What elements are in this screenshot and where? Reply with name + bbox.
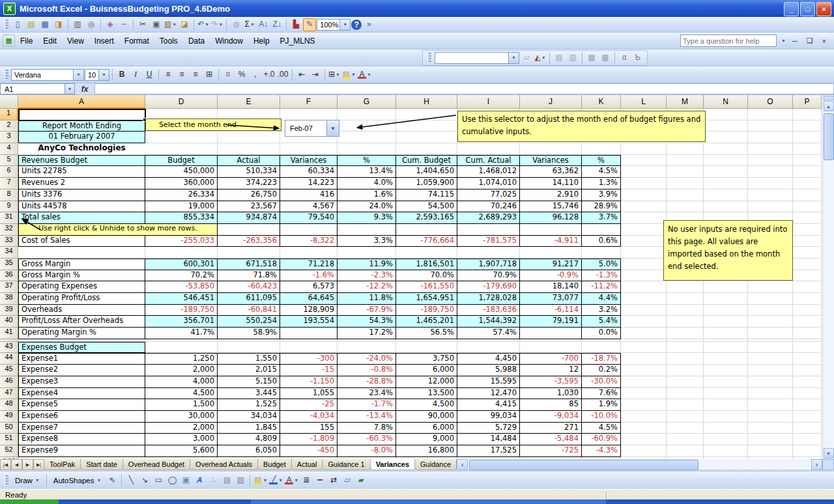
- cell-F31[interactable]: 79,540: [280, 212, 338, 224]
- cell-F36[interactable]: -1.6%: [280, 270, 338, 282]
- cell-E41[interactable]: 58.9%: [218, 328, 280, 339]
- row-header-32[interactable]: 32: [0, 224, 18, 236]
- sheet-tab-guidance[interactable]: Guidance: [414, 459, 457, 470]
- column-header-L[interactable]: L: [621, 95, 667, 109]
- cell-H39[interactable]: -189,750: [396, 305, 457, 316]
- cell-D41[interactable]: 41.7%: [145, 328, 218, 339]
- cell-P44[interactable]: [793, 353, 822, 365]
- cell-L9[interactable]: [621, 201, 667, 213]
- tab-next-icon[interactable]: ▶: [22, 459, 33, 470]
- row-header-4[interactable]: 4: [0, 143, 18, 155]
- cell-E45[interactable]: 2,015: [218, 365, 280, 376]
- cell-N8[interactable]: [704, 189, 748, 201]
- cell-P51[interactable]: [793, 434, 822, 445]
- cell-A50[interactable]: Expense7: [18, 423, 145, 434]
- cell-H51[interactable]: 9,000: [396, 434, 457, 445]
- cell-E4[interactable]: [218, 143, 280, 155]
- cell-F51[interactable]: -1,809: [280, 434, 338, 445]
- cell-L37[interactable]: [621, 281, 667, 293]
- font-color-icon[interactable]: A▼: [357, 68, 372, 81]
- help-dropdown-icon[interactable]: ▼: [781, 38, 786, 43]
- cell-F32[interactable]: [280, 224, 338, 236]
- cell-E36[interactable]: 71.8%: [218, 270, 280, 282]
- cell-K50[interactable]: 4.5%: [582, 423, 621, 434]
- cell-K8[interactable]: 3.9%: [582, 189, 621, 201]
- cell-M4[interactable]: [667, 143, 704, 155]
- cell-J7[interactable]: 14,110: [520, 178, 582, 189]
- undo-icon[interactable]: ↶▼: [197, 18, 210, 31]
- font-size-select[interactable]: 10▼: [85, 69, 109, 81]
- cell-P32[interactable]: [793, 224, 822, 236]
- research-icon[interactable]: ◈: [104, 18, 117, 31]
- cell-N44[interactable]: [704, 353, 748, 365]
- cell-K52[interactable]: -4.3%: [582, 445, 621, 457]
- cell-I4[interactable]: [457, 143, 520, 155]
- cell-G40[interactable]: 54.3%: [338, 316, 396, 328]
- cell-L40[interactable]: [621, 316, 667, 328]
- tab-last-icon[interactable]: ▶|: [33, 459, 44, 470]
- cell-L49[interactable]: [621, 411, 667, 423]
- column-header-I[interactable]: I: [457, 95, 520, 109]
- cell-N52[interactable]: [704, 445, 748, 457]
- cell-A51[interactable]: Expense8: [18, 434, 145, 445]
- tab-prev-icon[interactable]: ◀: [11, 459, 22, 470]
- cell-D33[interactable]: -255,033: [145, 236, 218, 247]
- cell-J47[interactable]: 1,030: [520, 388, 582, 400]
- cell-O5[interactable]: [748, 155, 793, 167]
- cell-E6[interactable]: 510,334: [218, 166, 280, 178]
- cell-I43[interactable]: [457, 342, 520, 354]
- cell-F50[interactable]: 155: [280, 423, 338, 434]
- name-box-dropdown-icon[interactable]: ▼: [65, 83, 75, 94]
- cell-M45[interactable]: [667, 365, 704, 376]
- cell-N47[interactable]: [704, 388, 748, 400]
- cell-G52[interactable]: -8.0%: [338, 445, 396, 457]
- cell-O2[interactable]: [748, 120, 793, 132]
- cell-J52[interactable]: -725: [520, 445, 582, 457]
- fill-color-icon[interactable]: ▨▼: [253, 474, 268, 487]
- cell-I38[interactable]: 1,728,028: [457, 293, 520, 305]
- cell-A4[interactable]: AnyCo Technologies: [18, 143, 145, 155]
- cell-D31[interactable]: 855,334: [145, 212, 218, 224]
- cell-L35[interactable]: [621, 259, 667, 270]
- cell-L32[interactable]: [621, 224, 667, 236]
- cell-J36[interactable]: -0.9%: [520, 270, 582, 282]
- cell-M43[interactable]: [667, 342, 704, 354]
- cell-J48[interactable]: 85: [520, 399, 582, 411]
- cell-P40[interactable]: [793, 316, 822, 328]
- bold-button[interactable]: B: [115, 68, 128, 81]
- row-header-51[interactable]: 51: [0, 434, 18, 445]
- cell-I33[interactable]: -781,575: [457, 236, 520, 247]
- print-icon[interactable]: ▥: [71, 18, 84, 31]
- cell-I47[interactable]: 12,470: [457, 388, 520, 400]
- cell-P43[interactable]: [793, 342, 822, 354]
- decrease-indent-icon[interactable]: ⇤: [295, 68, 308, 81]
- column-header-G[interactable]: G: [338, 95, 396, 109]
- cell-P8[interactable]: [793, 189, 822, 201]
- cell-J6[interactable]: 63,362: [520, 166, 582, 178]
- cell-M7[interactable]: [667, 178, 704, 189]
- cell-P6[interactable]: [793, 166, 822, 178]
- cell-D35[interactable]: 600,301: [145, 259, 218, 270]
- cell-E52[interactable]: 6,050: [218, 445, 280, 457]
- macro-a-icon[interactable]: ɑ: [618, 51, 631, 64]
- cell-I37[interactable]: -179,690: [457, 281, 520, 293]
- cell-F49[interactable]: -4,034: [280, 411, 338, 423]
- cell-H1[interactable]: [396, 109, 457, 120]
- cell-N9[interactable]: [704, 201, 748, 213]
- cell-H38[interactable]: 1,654,951: [396, 293, 457, 305]
- cell-A45[interactable]: Expense2: [18, 365, 145, 376]
- cell-L41[interactable]: [621, 328, 667, 339]
- cell-N1[interactable]: [704, 109, 748, 120]
- cell-A5[interactable]: Revenues Budget: [18, 155, 145, 167]
- cell-H46[interactable]: 12,000: [396, 376, 457, 388]
- row-header-52[interactable]: 52: [0, 445, 18, 457]
- autoshapes-menu[interactable]: AutoShapes▼: [50, 475, 105, 486]
- cell-L38[interactable]: [621, 293, 667, 305]
- cell-F45[interactable]: -15: [280, 365, 338, 376]
- cut-icon[interactable]: ✂: [136, 18, 149, 31]
- cell-H45[interactable]: 6,000: [396, 365, 457, 376]
- cell-P48[interactable]: [793, 399, 822, 411]
- spelling-icon[interactable]: ∽: [117, 18, 130, 31]
- row-header-5[interactable]: 5: [0, 155, 18, 167]
- cell-K6[interactable]: 4.5%: [582, 166, 621, 178]
